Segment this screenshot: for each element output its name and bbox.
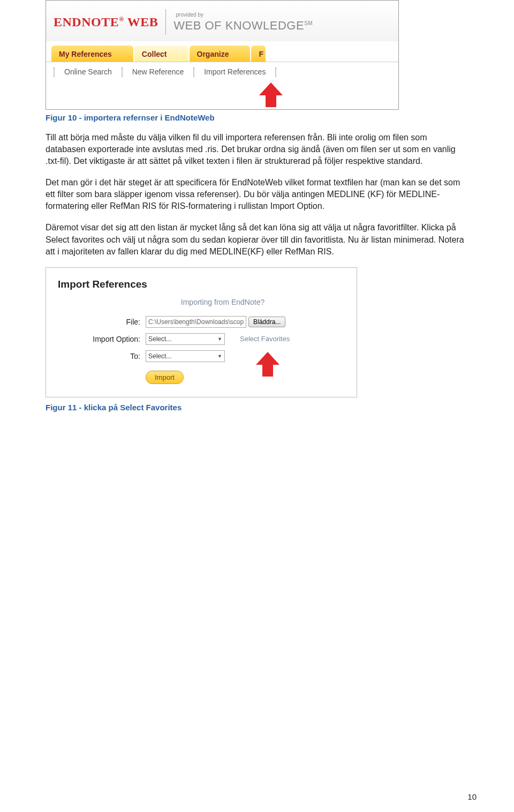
web-text: WEB <box>127 15 158 29</box>
wok-logo-block: provided by WEB OF KNOWLEDGESM <box>173 12 313 33</box>
import-references-screenshot: Import References Importing from EndNote… <box>46 267 357 397</box>
file-input[interactable] <box>146 316 246 328</box>
sm-mark: SM <box>304 20 313 26</box>
subnav-divider <box>275 67 276 77</box>
paragraph-1: Till att börja med måste du välja vilken… <box>46 132 468 167</box>
file-row: File: Bläddra... <box>58 316 345 328</box>
main-tabs: My References Collect Organize F <box>46 41 398 62</box>
subnav-divider <box>193 67 194 77</box>
to-select[interactable]: Select... ▼ <box>146 350 225 362</box>
endnote-header: ENDNOTE® WEB provided by WEB OF KNOWLEDG… <box>46 1 398 41</box>
reg-mark: ® <box>119 16 124 23</box>
import-option-label: Import Option: <box>58 335 146 343</box>
tab-collect[interactable]: Collect <box>134 46 188 62</box>
figure-10-caption: Figur 10 - importera refernser i EndNote… <box>46 113 468 122</box>
arrow-annotation-2 <box>256 352 345 365</box>
logo-divider <box>165 9 166 35</box>
tab-organize[interactable]: Organize <box>190 46 251 62</box>
subnav-divider <box>122 67 123 77</box>
red-arrow-icon <box>259 82 283 95</box>
collect-subnav: Online Search New Reference Import Refer… <box>46 62 398 82</box>
chevron-down-icon: ▼ <box>217 354 222 359</box>
wok-text: WEB OF KNOWLEDGE <box>173 19 304 32</box>
tab-partial[interactable]: F <box>251 46 266 62</box>
endnote-web-logo: ENDNOTE® WEB <box>54 15 158 29</box>
import-references-heading: Import References <box>58 279 345 290</box>
file-label: File: <box>58 318 146 326</box>
importing-from-endnote-link[interactable]: Importing from EndNote? <box>58 298 345 306</box>
red-arrow-icon <box>256 352 279 365</box>
import-option-row: Import Option: Select... ▼ Select Favori… <box>58 333 345 345</box>
subnav-divider <box>54 67 55 77</box>
subnav-online-search[interactable]: Online Search <box>64 67 112 77</box>
chevron-down-icon: ▼ <box>217 336 222 342</box>
provided-by-text: provided by <box>176 12 313 18</box>
figure-11-caption: Figur 11 - klicka på Select Favorites <box>46 403 468 412</box>
wok-logo: WEB OF KNOWLEDGESM <box>173 19 313 33</box>
browse-button[interactable]: Bläddra... <box>248 317 285 327</box>
paragraph-2: Det man gör i det här steget är att spec… <box>46 177 468 212</box>
subnav-import-references[interactable]: Import References <box>204 67 266 77</box>
select-favorites-link[interactable]: Select Favorites <box>240 335 290 343</box>
endnote-text: ENDNOTE <box>54 15 119 29</box>
paragraph-3: Däremot visar det sig att den listan är … <box>46 222 468 257</box>
tab-my-references[interactable]: My References <box>51 46 133 62</box>
to-value: Select... <box>148 352 171 360</box>
arrow-annotation-row <box>46 82 398 109</box>
subnav-new-reference[interactable]: New Reference <box>132 67 184 77</box>
import-option-value: Select... <box>148 335 171 343</box>
endnote-nav-screenshot: ENDNOTE® WEB provided by WEB OF KNOWLEDG… <box>46 0 399 110</box>
import-option-select[interactable]: Select... ▼ <box>146 333 225 345</box>
to-label: To: <box>58 352 146 360</box>
import-button[interactable]: Import <box>146 371 184 384</box>
